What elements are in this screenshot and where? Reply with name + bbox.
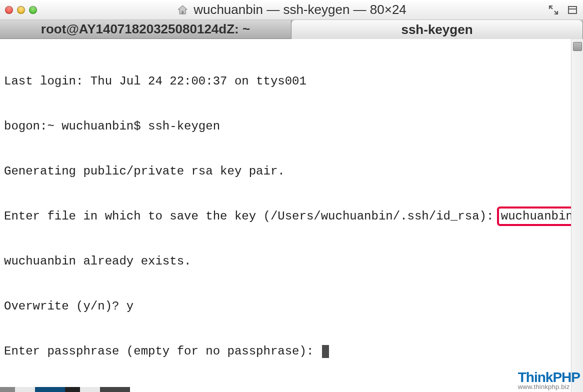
fullscreen-icon[interactable] [548,4,559,16]
terminal-line: bogon:~ wuchuanbin$ ssh-keygen [4,119,567,134]
last-login-text: Last login: Thu Jul 24 22:00:37 on ttys0… [4,74,306,88]
decorative-strip [0,387,130,392]
user-input-filename: wuchuanbin [501,210,571,223]
shell-prompt: bogon:~ wuchuanbin$ [4,120,148,133]
svg-rect-1 [182,11,184,14]
terminal[interactable]: Last login: Thu Jul 24 22:00:37 on ttys0… [0,39,571,392]
output-text: Generating public/private rsa key pair. [4,164,285,178]
tab-bar: root@AY14071820325080124dZ: ~ ssh-keygen [0,20,583,39]
tab-ssh-keygen[interactable]: ssh-keygen [292,20,583,39]
window-title: wuchuanbin — ssh-keygen — 80×24 [176,2,406,18]
tab-label: root@AY14071820325080124dZ: ~ [41,22,250,37]
terminal-line: Last login: Thu Jul 24 22:00:37 on ttys0… [4,74,567,89]
terminal-line: Enter passphrase (empty for no passphras… [4,344,567,359]
prompt-text: Enter passphrase (empty for no passphras… [4,344,321,358]
prompt-text: Enter file in which to save the key (/Us… [4,210,501,223]
command-text: ssh-keygen [148,120,220,133]
close-window-button[interactable] [5,6,13,14]
terminal-area: Last login: Thu Jul 24 22:00:37 on ttys0… [0,39,583,392]
home-icon [176,4,188,16]
traffic-lights [5,6,37,14]
watermark-brand: ThinkPHP [518,370,580,384]
terminal-line: Enter file in which to save the key (/Us… [4,209,567,224]
prompt-text: Overwrite (y/n)? [4,300,126,313]
terminal-line: Overwrite (y/n)? y [4,299,567,314]
drawer-icon[interactable] [567,4,578,16]
tab-remote-host[interactable]: root@AY14071820325080124dZ: ~ [0,20,292,39]
user-input-overwrite: y [126,300,134,313]
scrollbar-thumb[interactable] [573,42,582,51]
scrollbar-track[interactable] [571,39,583,392]
window-title-text: wuchuanbin — ssh-keygen — 80×24 [194,2,406,18]
svg-rect-2 [568,6,576,14]
cursor-icon [322,345,329,358]
output-text: wuchuanbin already exists. [4,254,191,268]
terminal-line: Generating public/private rsa key pair. [4,164,567,179]
zoom-window-button[interactable] [29,6,37,14]
watermark: ThinkPHP www.thinkphp.biz [518,370,580,390]
terminal-line: wuchuanbin already exists. [4,254,567,269]
tab-label: ssh-keygen [401,22,472,38]
window-titlebar: wuchuanbin — ssh-keygen — 80×24 [0,0,583,20]
minimize-window-button[interactable] [17,6,25,14]
